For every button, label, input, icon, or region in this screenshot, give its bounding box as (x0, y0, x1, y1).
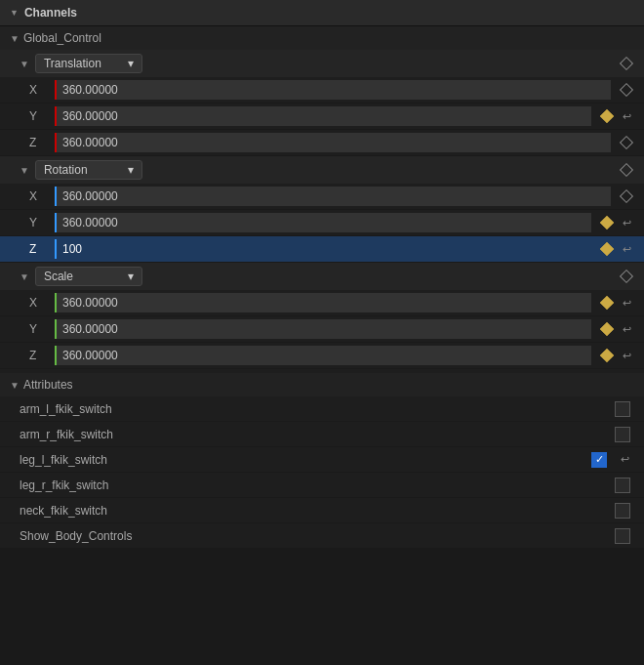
rotation-x-row: X (0, 184, 644, 210)
leg-l-revert[interactable]: ↩ (615, 453, 634, 466)
scale-z-diamond[interactable] (597, 351, 617, 360)
scale-dropdown[interactable]: Scale ▾ (35, 267, 142, 286)
scale-y-revert[interactable]: ↩ (617, 323, 636, 336)
revert-icon: ↩ (623, 110, 631, 123)
rotation-x-input[interactable] (55, 187, 611, 206)
rotation-keyframe-icon[interactable] (617, 165, 636, 175)
attributes-header[interactable]: ▼ Attributes (0, 373, 644, 396)
rotation-z-row: Z ↩ (0, 236, 644, 263)
rotation-group-header[interactable]: ▼ Rotation ▾ (0, 156, 644, 184)
translation-x-diamond[interactable] (617, 85, 636, 95)
scale-z-row: Z ↩ (0, 343, 644, 369)
panel-title: Channels (24, 6, 77, 20)
diamond-filled-icon (600, 349, 614, 362)
translation-y-input[interactable] (55, 106, 591, 126)
rotation-chevron: ▼ (20, 165, 29, 176)
attr-checkbox-neck[interactable] (615, 503, 630, 519)
translation-dropdown[interactable]: Translation ▾ (35, 54, 142, 73)
channels-panel: ▼ Channels ▼ Global_Control ▼ Translatio… (0, 0, 644, 549)
scale-x-diamond[interactable] (597, 298, 617, 308)
scale-x-input-wrap (55, 293, 591, 312)
translation-y-diamond[interactable] (597, 111, 617, 121)
translation-x-label: X (29, 83, 49, 97)
revert-icon: ↩ (621, 453, 629, 466)
scale-y-label: Y (29, 322, 49, 336)
diamond-icon (620, 163, 633, 177)
rotation-label: Rotation (44, 163, 88, 177)
rotation-y-label: Y (29, 216, 49, 229)
scale-label: Scale (44, 270, 73, 283)
revert-icon: ↩ (623, 350, 631, 362)
scale-z-revert[interactable]: ↩ (617, 350, 636, 362)
diamond-icon (620, 270, 633, 283)
translation-group-header[interactable]: ▼ Translation ▾ (0, 50, 644, 77)
scale-z-label: Z (29, 349, 49, 362)
diamond-filled-icon (600, 109, 614, 123)
attr-label-arm-r: arm_r_fkik_switch (20, 428, 615, 441)
global-control-chevron: ▼ (10, 33, 20, 44)
global-control-label: Global_Control (23, 31, 101, 45)
rotation-y-revert[interactable]: ↩ (617, 217, 636, 229)
diamond-filled-icon (600, 322, 614, 336)
rotation-dropdown[interactable]: Rotation ▾ (35, 160, 142, 180)
scale-x-row: X ↩ (0, 290, 644, 316)
scale-chevron: ▼ (20, 271, 29, 282)
revert-icon: ↩ (623, 243, 631, 256)
attr-row-leg-r: leg_r_fkik_switch (0, 473, 644, 498)
scale-y-input[interactable] (55, 319, 591, 339)
rotation-z-input[interactable] (55, 239, 591, 259)
attributes-chevron: ▼ (10, 380, 20, 391)
rotation-z-revert[interactable]: ↩ (617, 243, 636, 256)
attr-checkbox-show-body[interactable] (615, 528, 630, 544)
translation-z-input-wrap (55, 133, 611, 152)
attr-row-arm-l: arm_l_fkik_switch (0, 396, 644, 422)
attributes-section: ▼ Attributes arm_l_fkik_switch arm_r_fki… (0, 373, 644, 549)
rotation-x-input-wrap (55, 187, 611, 206)
translation-y-row: Y ↩ (0, 104, 644, 130)
attr-checkbox-arm-l[interactable] (615, 401, 630, 417)
translation-x-input[interactable] (55, 80, 611, 100)
rotation-z-label: Z (29, 242, 49, 256)
scale-x-revert[interactable]: ↩ (617, 297, 636, 310)
scale-y-diamond[interactable] (597, 324, 617, 334)
translation-z-input[interactable] (55, 133, 611, 152)
attr-checkbox-leg-r[interactable] (615, 478, 630, 493)
scale-x-input[interactable] (55, 293, 591, 312)
diamond-icon (620, 136, 633, 149)
diamond-filled-icon (600, 296, 614, 310)
translation-label: Translation (44, 57, 101, 70)
translation-y-label: Y (29, 109, 49, 123)
diamond-icon (620, 57, 633, 70)
translation-chevron: ▼ (20, 59, 29, 69)
panel-collapse-icon[interactable]: ▼ (10, 8, 19, 18)
translation-y-revert[interactable]: ↩ (617, 110, 636, 123)
translation-z-diamond[interactable] (617, 138, 636, 147)
revert-icon: ↩ (623, 217, 631, 229)
attr-checkbox-leg-l[interactable]: ✓ (591, 452, 607, 468)
rotation-y-row: Y ↩ (0, 210, 644, 236)
scale-z-input[interactable] (55, 346, 591, 365)
rotation-x-diamond[interactable] (617, 191, 636, 201)
translation-z-label: Z (29, 136, 49, 149)
scale-group-header[interactable]: ▼ Scale ▾ (0, 263, 644, 290)
attr-row-arm-r: arm_r_fkik_switch (0, 422, 644, 447)
rotation-y-input[interactable] (55, 213, 591, 232)
translation-keyframe-icon[interactable] (617, 59, 636, 68)
scale-dropdown-arrow: ▾ (128, 270, 134, 283)
attr-label-leg-l: leg_l_fkik_switch (20, 453, 591, 467)
translation-x-input-wrap (55, 80, 611, 100)
checkmark-icon: ✓ (595, 454, 604, 465)
translation-z-row: Z (0, 130, 644, 156)
global-control-header[interactable]: ▼ Global_Control (0, 26, 644, 50)
attr-checkbox-arm-r[interactable] (615, 427, 630, 442)
rotation-z-diamond[interactable] (597, 244, 617, 254)
rotation-z-input-wrap (55, 239, 591, 259)
attr-label-neck: neck_fkik_switch (20, 504, 615, 518)
scale-keyframe-icon[interactable] (617, 271, 636, 281)
diamond-filled-icon (600, 216, 614, 229)
rotation-y-diamond[interactable] (597, 218, 617, 228)
attr-label-arm-l: arm_l_fkik_switch (20, 402, 615, 416)
translation-x-row: X (0, 77, 644, 104)
attr-row-neck: neck_fkik_switch (0, 498, 644, 523)
scale-y-row: Y ↩ (0, 316, 644, 343)
